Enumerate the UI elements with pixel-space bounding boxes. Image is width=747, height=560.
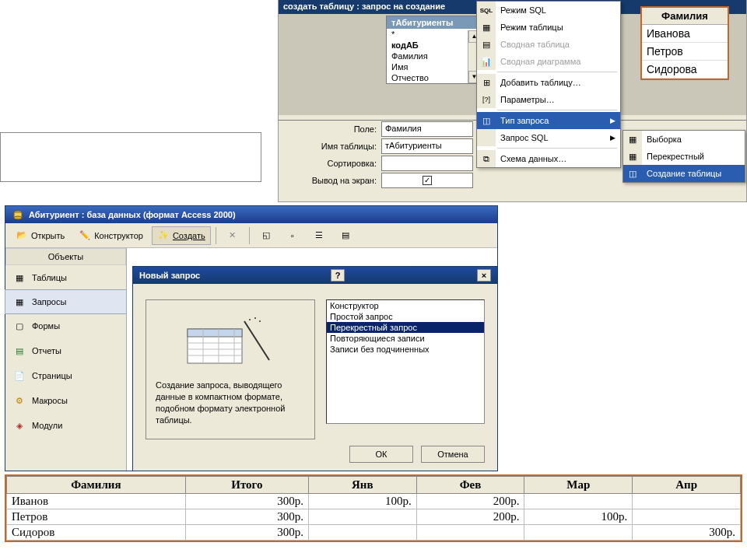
dialog-titlebar[interactable]: Новый запрос ? × [133, 267, 497, 284]
col-header[interactable]: Фамилия [7, 477, 186, 494]
view-small-icons[interactable]: ▫ [281, 226, 304, 245]
list-item-selected[interactable]: Перекрестный запрос [327, 322, 484, 333]
field-item[interactable]: Отчество [387, 72, 480, 83]
cell[interactable] [416, 525, 524, 541]
view-large-icons[interactable]: ◱ [254, 226, 278, 245]
menu-parameters[interactable]: [?] Параметры… [477, 91, 620, 108]
cell[interactable]: 300р. [633, 525, 741, 541]
toolbar-separator [249, 227, 250, 244]
ok-button[interactable]: ОК [349, 446, 413, 463]
grid-cell-sort[interactable] [381, 156, 473, 171]
cell[interactable]: 200р. [416, 494, 524, 509]
grid-cell-table[interactable]: тАбитуриенты [381, 138, 473, 154]
list-item[interactable]: Простой запрос [327, 311, 484, 322]
dialog-title: Новый запрос [139, 271, 200, 280]
cell[interactable]: 100р. [524, 509, 633, 525]
cell[interactable]: 300р. [185, 525, 308, 541]
field-item[interactable]: * [387, 29, 480, 40]
svg-line-11 [244, 321, 269, 360]
close-button[interactable]: × [477, 269, 491, 282]
menu-query-type[interactable]: ◫ Тип запроса ▶ [477, 112, 620, 129]
open-button[interactable]: 📂 Открыть [10, 226, 70, 245]
menu-relationships[interactable]: ⧉ Схема данных… [477, 150, 620, 167]
col-header[interactable]: Фев [416, 477, 524, 494]
add-table-icon: ⊞ [480, 76, 493, 89]
field-item[interactable]: Фамилия [387, 51, 480, 61]
cell[interactable] [524, 525, 633, 541]
field-item[interactable]: кодАБ [387, 40, 480, 51]
sidebar-reports[interactable]: ▤ Отчеты [5, 338, 126, 363]
new-query-dialog: Новый запрос ? × Создание за [132, 266, 498, 471]
menu-pivot-table: ▤ Сводная таблица [477, 36, 620, 53]
cell[interactable] [633, 494, 741, 509]
cell[interactable]: Сидоров [7, 525, 186, 541]
chevron-right-icon: ▶ [610, 117, 615, 124]
sidebar-tables[interactable]: ▦ Таблицы [5, 265, 126, 290]
svg-point-14 [259, 320, 261, 322]
col-header[interactable]: Мар [524, 477, 633, 494]
view-list[interactable]: ☰ [307, 226, 331, 245]
col-header[interactable]: Итого [185, 477, 308, 494]
sidebar-forms[interactable]: ▢ Формы [5, 313, 126, 338]
cell[interactable]: Петров [7, 509, 186, 525]
table-row[interactable]: Иванов 300р. 100р. 200р. [7, 494, 741, 509]
help-button[interactable]: ? [331, 269, 345, 282]
col-header[interactable]: Янв [308, 477, 416, 494]
context-menu[interactable]: SQL Режим SQL ▦ Режим таблицы ▤ Сводная … [476, 1, 621, 168]
chevron-right-icon: ▶ [610, 134, 615, 142]
relationships-icon: ⧉ [480, 152, 493, 165]
menu-table-view[interactable]: ▦ Режим таблицы [477, 19, 620, 36]
cell[interactable]: 100р. [308, 494, 416, 509]
forms-icon: ▢ [13, 320, 26, 332]
view-details[interactable]: ▤ [334, 226, 357, 245]
submenu-make-table[interactable]: ◫ Создание таблицы [623, 165, 745, 182]
cell[interactable] [308, 525, 416, 541]
database-toolbar: 📂 Открыть ✏️ Конструктор ✨ Создать ✕ ◱ ▫… [5, 223, 497, 248]
cell[interactable]: 300р. [185, 509, 308, 525]
create-button[interactable]: ✨ Создать [152, 226, 211, 245]
blank-panel [0, 132, 261, 182]
cell[interactable]: Иванов [7, 494, 186, 509]
cell[interactable]: 200р. [416, 509, 524, 525]
menu-sql-query[interactable]: Запрос SQL ▶ [477, 129, 620, 146]
delete-button[interactable]: ✕ [221, 226, 244, 245]
cell[interactable] [633, 509, 741, 525]
table-box[interactable]: тАбитуриенты * кодАБ Фамилия Имя Отчеств… [386, 16, 481, 84]
reports-icon: ▤ [13, 345, 26, 357]
sidebar-macros[interactable]: ⚙ Макросы [5, 388, 126, 413]
list-item[interactable]: Записи без подчиненных [327, 344, 484, 355]
query-type-icon: ◫ [480, 114, 493, 127]
menu-sql-view[interactable]: SQL Режим SQL [477, 2, 620, 19]
design-button[interactable]: ✏️ Конструктор [73, 226, 149, 245]
cell[interactable] [308, 509, 416, 525]
crosstab-result-table: Фамилия Итого Янв Фев Мар Апр Иванов 300… [5, 474, 742, 542]
grid-cell-field[interactable]: Фамилия [381, 121, 473, 137]
query-type-submenu[interactable]: ▦ Выборка ▦ Перекрестный ◫ Создание табл… [622, 130, 745, 183]
sidebar-pages[interactable]: 📄 Страницы [5, 363, 126, 388]
cancel-button[interactable]: Отмена [421, 446, 485, 463]
menu-separator [497, 110, 617, 110]
grid-cell-show[interactable]: ✓ [381, 173, 473, 188]
menu-pivot-chart: 📊 Сводная диаграмма [477, 53, 620, 70]
checkbox-checked-icon[interactable]: ✓ [423, 176, 432, 185]
sql-icon: SQL [480, 4, 493, 16]
query-type-list[interactable]: Конструктор Простой запрос Перекрестный … [326, 299, 485, 424]
macros-icon: ⚙ [13, 394, 26, 407]
db-icon [12, 208, 24, 221]
table-field-list[interactable]: * кодАБ Фамилия Имя Отчество [387, 29, 480, 83]
list-item[interactable]: Повторяющиеся записи [327, 333, 484, 344]
sidebar-modules[interactable]: ◈ Модули [5, 413, 126, 438]
col-header[interactable]: Апр [633, 477, 741, 494]
list-icon: ☰ [313, 229, 325, 242]
table-row[interactable]: Сидоров 300р. 300р. [7, 525, 741, 541]
sidebar-queries[interactable]: ▦ Запросы [5, 289, 127, 314]
menu-add-table[interactable]: ⊞ Добавить таблицу… [477, 74, 620, 91]
field-item[interactable]: Имя [387, 61, 480, 72]
list-item[interactable]: Конструктор [327, 300, 484, 311]
table-row[interactable]: Петров 300р. 200р. 100р. [7, 509, 741, 525]
submenu-select[interactable]: ▦ Выборка [623, 131, 745, 148]
submenu-crosstab[interactable]: ▦ Перекрестный [623, 148, 745, 165]
cell[interactable] [524, 494, 633, 509]
cell[interactable]: 300р. [185, 494, 308, 509]
open-icon: 📂 [16, 229, 28, 242]
